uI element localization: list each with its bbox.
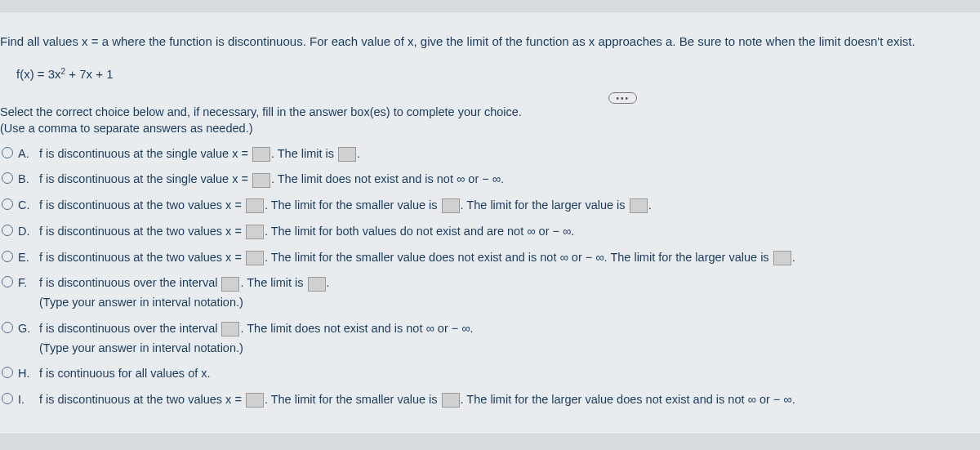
option-h-label: H. — [18, 365, 34, 383]
option-d-label: D. — [18, 223, 34, 241]
function-formula: f(x) = 3x2 + 7x + 1 — [16, 66, 972, 81]
question-prompt: Find all values x = a where the function… — [0, 33, 972, 50]
option-e-body: f is discontinuous at the two values x =… — [39, 249, 972, 267]
radio-e[interactable] — [2, 251, 13, 262]
option-e: E. f is discontinuous at the two values … — [2, 249, 972, 267]
option-d-input-1[interactable] — [246, 225, 264, 239]
option-b-label: B. — [18, 171, 34, 189]
radio-b[interactable] — [2, 172, 13, 184]
option-f: F. f is discontinuous over the interval … — [2, 274, 972, 312]
formula-suffix: + 7x + 1 — [65, 67, 113, 81]
radio-i[interactable] — [2, 393, 13, 404]
option-i-input-2[interactable] — [442, 393, 460, 408]
option-b-input-1[interactable] — [252, 173, 270, 188]
option-d-body: f is discontinuous at the two values x =… — [39, 223, 972, 241]
option-c-body: f is discontinuous at the two values x =… — [39, 197, 972, 215]
option-g-body: f is discontinuous over the interval . T… — [39, 320, 972, 358]
radio-d[interactable] — [2, 225, 13, 236]
option-e-input-1[interactable] — [246, 251, 264, 265]
option-c-input-1[interactable] — [246, 198, 264, 213]
option-g-input-1[interactable] — [221, 322, 239, 336]
more-options-button[interactable]: ••• — [608, 92, 637, 104]
option-f-input-2[interactable] — [308, 277, 326, 292]
option-e-input-2[interactable] — [773, 251, 791, 265]
option-a-body: f is discontinuous at the single value x… — [39, 145, 972, 163]
option-f-body: f is discontinuous over the interval . T… — [39, 274, 972, 312]
option-a-label: A. — [18, 145, 34, 163]
radio-f[interactable] — [2, 276, 13, 287]
option-c-input-3[interactable] — [630, 198, 648, 213]
question-panel: Find all values x = a where the function… — [0, 11, 980, 434]
option-g-hint: (Type your answer in interval notation.) — [39, 340, 972, 358]
option-b: B. f is discontinuous at the single valu… — [2, 171, 972, 189]
option-a-input-2[interactable] — [338, 147, 356, 162]
instruction-line-1: Select the correct choice below and, if … — [0, 104, 972, 120]
answer-options: A. f is discontinuous at the single valu… — [0, 145, 972, 409]
instruction-line-2: (Use a comma to separate answers as need… — [0, 120, 972, 136]
formula-prefix: f(x) = 3x — [16, 67, 61, 81]
option-a: A. f is discontinuous at the single valu… — [2, 145, 972, 163]
option-g: G. f is discontinuous over the interval … — [2, 320, 972, 358]
option-g-label: G. — [18, 320, 34, 338]
radio-h[interactable] — [2, 367, 13, 378]
radio-g[interactable] — [2, 322, 13, 333]
ellipsis-icon: ••• — [616, 94, 630, 103]
option-d: D. f is discontinuous at the two values … — [2, 223, 972, 241]
instructions: Select the correct choice below and, if … — [0, 104, 972, 137]
option-i-label: I. — [18, 391, 34, 409]
option-a-input-1[interactable] — [252, 147, 270, 162]
option-i-body: f is discontinuous at the two values x =… — [39, 391, 972, 409]
radio-c[interactable] — [2, 198, 13, 210]
option-h: H. f is continuous for all values of x. — [2, 365, 972, 383]
option-i: I. f is discontinuous at the two values … — [2, 391, 972, 409]
option-f-input-1[interactable] — [221, 277, 239, 292]
option-h-body: f is continuous for all values of x. — [39, 365, 972, 383]
option-c-label: C. — [18, 197, 34, 215]
option-c: C. f is discontinuous at the two values … — [2, 197, 972, 215]
option-f-label: F. — [18, 274, 34, 292]
option-c-input-2[interactable] — [442, 198, 460, 213]
radio-a[interactable] — [2, 147, 13, 158]
option-e-label: E. — [18, 249, 34, 267]
formula-exponent: 2 — [61, 67, 66, 76]
option-i-input-1[interactable] — [246, 393, 264, 408]
option-f-hint: (Type your answer in interval notation.) — [39, 294, 972, 312]
option-b-body: f is discontinuous at the single value x… — [39, 171, 972, 189]
